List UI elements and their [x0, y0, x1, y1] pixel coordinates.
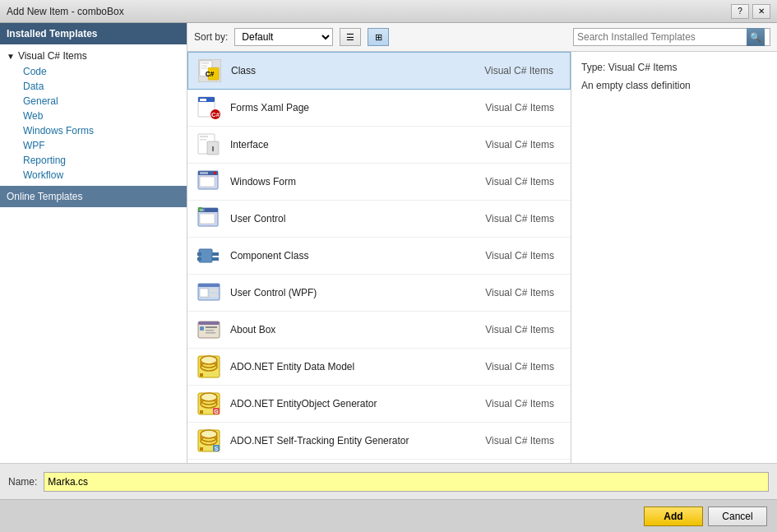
- dialog-body: Installed Templates ▼ Visual C# Items Co…: [0, 23, 777, 463]
- template-category-component-class: Visual C# Items: [485, 250, 554, 261]
- svg-rect-52: [200, 410, 203, 414]
- sidebar-item-label: Visual C# Items: [18, 50, 87, 62]
- sidebar-item-visual-csharp[interactable]: ▼ Visual C# Items: [0, 48, 187, 64]
- title-bar-buttons: ? ✕: [731, 4, 770, 19]
- template-item-adonet-entityobj[interactable]: G ADO.NET EntityObject Generator Visual …: [187, 386, 571, 423]
- help-button[interactable]: ?: [731, 4, 749, 19]
- grid-view-button[interactable]: ⊞: [368, 28, 389, 46]
- class-icon: C#: [197, 58, 223, 84]
- svg-rect-38: [198, 322, 220, 325]
- sort-dropdown[interactable]: Default Name Type Date: [234, 28, 333, 46]
- sidebar: Installed Templates ▼ Visual C# Items Co…: [0, 23, 187, 463]
- detail-description: An empty class definition: [581, 80, 767, 91]
- svg-rect-24: [200, 214, 215, 224]
- template-name-about-box: About Box: [230, 324, 485, 335]
- template-item-windows-form[interactable]: Windows Form Visual C# Items: [187, 164, 571, 201]
- template-item-about-box[interactable]: About Box Visual C# Items: [187, 312, 571, 349]
- template-name-adonet-entityobj: ADO.NET EntityObject Generator: [230, 398, 485, 409]
- template-category-adonet-entity: Visual C# Items: [485, 361, 554, 372]
- template-name-user-control-wpf: User Control (WPF): [230, 287, 485, 298]
- online-templates-item[interactable]: Online Templates: [0, 186, 187, 207]
- expand-icon: ▼: [7, 52, 15, 61]
- svg-rect-30: [197, 252, 201, 256]
- template-category-adonet-entityobj: Visual C# Items: [485, 398, 554, 409]
- sidebar-item-workflow[interactable]: Workflow: [0, 168, 187, 183]
- svg-text:UC: UC: [200, 208, 205, 212]
- svg-rect-29: [212, 257, 219, 261]
- svg-rect-20: [214, 172, 216, 174]
- svg-rect-14: [200, 139, 206, 141]
- template-category-forms-xaml: Visual C# Items: [485, 102, 554, 113]
- title-bar: Add New Item - comboBox ? ✕: [0, 0, 777, 23]
- adonet-entity-icon: [196, 354, 222, 380]
- template-item-user-control-wpf[interactable]: User Control (WPF) Visual C# Items: [187, 275, 571, 312]
- svg-rect-34: [200, 289, 208, 297]
- content-area: C# Class Visual C# Items: [187, 52, 777, 463]
- svg-rect-13: [200, 136, 208, 137]
- search-input[interactable]: [574, 31, 747, 43]
- template-list: C# Class Visual C# Items: [187, 52, 571, 463]
- template-name-user-control: User Control: [230, 213, 485, 224]
- toolbar: Sort by: Default Name Type Date ☰ ⊞ 🔍: [187, 23, 777, 52]
- svg-text:S: S: [215, 446, 219, 451]
- right-panel: Sort by: Default Name Type Date ☰ ⊞ 🔍: [187, 23, 777, 463]
- sidebar-item-windows-forms[interactable]: Windows Forms: [0, 123, 187, 138]
- detail-panel: Type: Visual C# Items An empty class def…: [571, 52, 777, 463]
- sidebar-item-wpf[interactable]: WPF: [0, 138, 187, 153]
- installed-templates-header: Installed Templates: [0, 23, 187, 44]
- sidebar-item-reporting[interactable]: Reporting: [0, 153, 187, 168]
- search-icon: 🔍: [750, 32, 761, 43]
- svg-rect-9: [200, 99, 206, 101]
- windows-form-icon: [196, 169, 222, 195]
- user-control-icon: UC: [196, 206, 222, 232]
- template-item-class[interactable]: C# Class Visual C# Items: [187, 52, 571, 90]
- svg-rect-3: [201, 66, 207, 67]
- template-item-adonet-selftrack[interactable]: S ADO.NET Self-Tracking Entity Generator…: [187, 423, 571, 460]
- list-view-button[interactable]: ☰: [340, 28, 361, 46]
- template-category-user-control-wpf: Visual C# Items: [485, 287, 554, 298]
- add-button[interactable]: Add: [644, 507, 703, 526]
- svg-rect-19: [200, 172, 208, 174]
- svg-text:C#: C#: [206, 70, 215, 78]
- sort-label: Sort by:: [194, 31, 228, 43]
- template-name-forms-xaml: Forms Xaml Page: [230, 102, 485, 113]
- template-name-adonet-selftrack: ADO.NET Self-Tracking Entity Generator: [230, 435, 485, 446]
- template-category-windows-form: Visual C# Items: [485, 176, 554, 187]
- user-control-wpf-icon: [196, 280, 222, 306]
- svg-rect-21: [200, 177, 215, 187]
- sidebar-item-code[interactable]: Code: [0, 64, 187, 79]
- sidebar-item-web[interactable]: Web: [0, 109, 187, 123]
- template-item-interface[interactable]: I Interface Visual C# Items: [187, 127, 571, 164]
- sidebar-item-general[interactable]: General: [0, 94, 187, 109]
- template-item-forms-xaml[interactable]: C# Forms Xaml Page Visual C# Items: [187, 90, 571, 127]
- dialog-title: Add New Item - comboBox: [7, 6, 124, 17]
- sidebar-item-data[interactable]: Data: [0, 79, 187, 94]
- about-box-icon: [196, 317, 222, 343]
- svg-point-51: [201, 393, 217, 401]
- svg-rect-35: [210, 289, 218, 292]
- svg-rect-36: [210, 294, 218, 297]
- template-list-scroll[interactable]: C# Class Visual C# Items: [187, 52, 571, 463]
- svg-rect-2: [201, 62, 209, 64]
- svg-rect-4: [201, 67, 207, 68]
- close-button[interactable]: ✕: [752, 4, 770, 19]
- svg-rect-41: [206, 330, 214, 331]
- svg-text:I: I: [212, 145, 215, 153]
- name-input[interactable]: [44, 472, 769, 492]
- svg-point-58: [201, 430, 217, 438]
- search-button[interactable]: 🔍: [747, 28, 765, 46]
- template-item-user-control[interactable]: UC User Control Visual C# Items: [187, 201, 571, 238]
- svg-rect-31: [197, 257, 201, 261]
- svg-rect-40: [206, 326, 217, 328]
- svg-rect-59: [200, 447, 203, 451]
- template-item-component-class[interactable]: Component Class Visual C# Items: [187, 238, 571, 275]
- svg-rect-39: [200, 326, 204, 331]
- cancel-button[interactable]: Cancel: [708, 507, 767, 526]
- list-view-icon: ☰: [346, 32, 354, 43]
- detail-type: Type: Visual C# Items: [581, 62, 767, 73]
- template-item-adonet-entity[interactable]: ADO.NET Entity Data Model Visual C# Item…: [187, 349, 571, 386]
- search-box: 🔍: [573, 28, 770, 46]
- template-name-windows-form: Windows Form: [230, 176, 485, 187]
- svg-rect-42: [206, 332, 215, 334]
- template-name-class: Class: [231, 65, 484, 76]
